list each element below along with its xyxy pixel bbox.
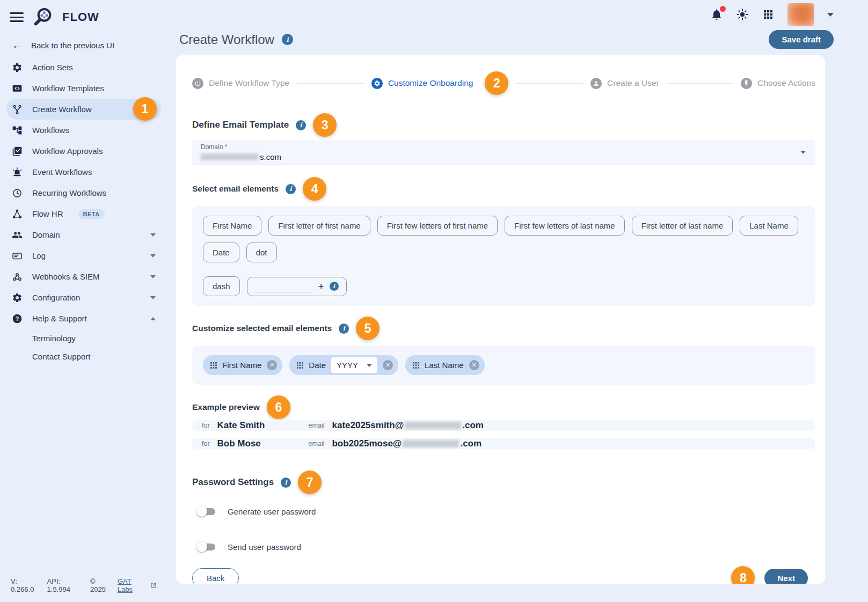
stepper-connector bbox=[516, 83, 583, 84]
sidebar-item-label: Terminology bbox=[32, 334, 76, 343]
date-format-select[interactable]: YYYY bbox=[331, 357, 377, 373]
step-choose-actions[interactable]: Choose Actions bbox=[741, 78, 815, 89]
domain-icon bbox=[12, 230, 23, 240]
chevron-down-icon bbox=[367, 364, 372, 367]
sidebar-item-recurring-workflows[interactable]: Recurring Workflows bbox=[6, 182, 161, 203]
step-customize-onboarding[interactable]: Customize Onboarding 2 bbox=[371, 71, 509, 95]
info-icon[interactable]: i bbox=[339, 324, 349, 334]
workflows-icon bbox=[12, 125, 23, 136]
annotation-badge-6: 6 bbox=[267, 395, 290, 419]
email-element-chip[interactable]: First few letters of last name bbox=[505, 216, 625, 236]
sidebar-item-log[interactable]: Log bbox=[6, 245, 161, 266]
theme-toggle-sun-button[interactable] bbox=[736, 8, 749, 21]
domain-select[interactable]: Domain * s.com bbox=[192, 140, 815, 165]
save-draft-button[interactable]: Save draft bbox=[769, 30, 834, 49]
preview-name: Kate Smith bbox=[217, 420, 286, 431]
annotation-badge-8: 8 bbox=[731, 566, 755, 584]
select-elements-heading-row: Select email elements i 4 bbox=[192, 177, 815, 201]
drag-handle-icon[interactable] bbox=[412, 362, 419, 369]
remove-chip-icon[interactable]: ✕ bbox=[469, 360, 479, 370]
email-template-heading: Define Email Template bbox=[192, 120, 289, 130]
email-element-chip[interactable]: First Name bbox=[203, 216, 261, 236]
email-element-chip[interactable]: dash bbox=[203, 276, 240, 296]
sidebar-item-label: Domain bbox=[32, 230, 60, 239]
sidebar-item-configuration[interactable]: Configuration bbox=[6, 287, 161, 308]
api-version: API: 1.5.994 bbox=[47, 577, 85, 593]
next-button[interactable]: Next bbox=[764, 569, 808, 584]
step-define-workflow-type[interactable]: Define Workflow Type bbox=[192, 78, 289, 89]
sidebar-item-action-sets[interactable]: Action Sets bbox=[6, 57, 161, 78]
sidebar-item-workflows[interactable]: Workflows bbox=[6, 120, 161, 141]
domain-field-label: Domain * bbox=[201, 143, 807, 151]
info-icon[interactable]: i bbox=[281, 478, 291, 488]
remove-chip-icon[interactable]: ✕ bbox=[267, 360, 277, 370]
chevron-down-icon bbox=[800, 151, 806, 154]
back-button[interactable]: Back bbox=[192, 568, 239, 584]
email-element-chip[interactable]: Last Name bbox=[740, 216, 798, 236]
customize-elements-heading-row: Customize selected email elements i 5 bbox=[192, 317, 815, 340]
gat-labs-link[interactable]: GAT Labs bbox=[118, 577, 157, 593]
custom-element-chip: + i bbox=[247, 277, 347, 296]
help-icon: ? bbox=[12, 313, 23, 324]
apps-grid-button[interactable] bbox=[762, 8, 775, 21]
sidebar-item-contact-support[interactable]: Contact Support bbox=[6, 347, 161, 365]
menu-hamburger-icon[interactable] bbox=[10, 10, 24, 25]
annotation-badge-4: 4 bbox=[303, 177, 326, 201]
info-icon[interactable]: i bbox=[286, 184, 296, 194]
account-chevron-down-icon[interactable] bbox=[827, 13, 834, 17]
sidebar-footer: V: 0.266.0 API: 1.5.994 © 2025 GAT Labs bbox=[0, 572, 165, 597]
preview-name: Bob Mose bbox=[217, 438, 286, 449]
workflow-approvals-icon bbox=[12, 146, 23, 157]
step-create-a-user[interactable]: Create a User bbox=[590, 78, 659, 89]
notifications-bell-button[interactable] bbox=[710, 8, 723, 21]
select-elements-heading: Select email elements bbox=[192, 184, 279, 194]
email-element-chip[interactable]: Date bbox=[203, 243, 239, 262]
email-element-chip[interactable]: First letter of last name bbox=[632, 216, 733, 236]
chevron-down-icon bbox=[150, 233, 156, 237]
back-arrow-icon: ← bbox=[12, 40, 23, 50]
email-element-chip[interactable]: First letter of first name bbox=[268, 216, 370, 236]
brand-name: FLOW bbox=[62, 10, 99, 24]
add-icon[interactable]: + bbox=[318, 281, 324, 291]
selected-chip-first-name: First Name ✕ bbox=[203, 355, 282, 375]
sidebar-item-workflow-templates[interactable]: Workflow Templates bbox=[6, 78, 161, 99]
info-icon[interactable]: i bbox=[330, 282, 339, 291]
sidebar-item-label: Action Sets bbox=[32, 63, 73, 72]
sidebar-item-flow-hr[interactable]: Flow HR BETA bbox=[6, 203, 161, 224]
sidebar-item-help-support[interactable]: ? Help & Support bbox=[6, 308, 161, 329]
email-template-heading-row: Define Email Template i 3 bbox=[192, 113, 815, 137]
toggle-generate-user-password[interactable] bbox=[196, 506, 216, 517]
configuration-gear-icon bbox=[12, 292, 23, 303]
drag-handle-icon[interactable] bbox=[210, 362, 217, 369]
chevron-down-icon bbox=[150, 296, 156, 299]
email-label: email bbox=[309, 440, 325, 447]
toggle-send-user-password[interactable] bbox=[196, 541, 216, 552]
svg-text:?: ? bbox=[16, 315, 19, 321]
copyright: © 2025 bbox=[90, 577, 113, 593]
email-element-chip[interactable]: dot bbox=[246, 243, 277, 262]
page-header: Create Workflow i Save draft bbox=[176, 26, 834, 55]
external-link-icon bbox=[150, 582, 157, 589]
user-avatar[interactable] bbox=[787, 3, 814, 26]
sidebar-item-create-workflow[interactable]: Create Workflow 1 bbox=[6, 99, 161, 120]
for-label: for bbox=[202, 422, 210, 429]
back-to-previous-ui[interactable]: ← Back to the previous UI bbox=[0, 33, 165, 57]
sidebar-item-terminology[interactable]: Terminology bbox=[6, 329, 161, 347]
sidebar-item-workflow-approvals[interactable]: Workflow Approvals bbox=[6, 141, 161, 161]
sidebar-nav: Action Sets Workflow Templates Create Wo… bbox=[0, 57, 165, 365]
page-info-icon[interactable]: i bbox=[282, 34, 293, 45]
sidebar-item-webhooks-siem[interactable]: Webhooks & SIEM bbox=[6, 266, 161, 287]
remove-chip-icon[interactable]: ✕ bbox=[383, 360, 393, 370]
info-icon[interactable]: i bbox=[296, 120, 306, 130]
email-element-chip[interactable]: First few letters of first name bbox=[377, 216, 498, 236]
sidebar-item-event-workflows[interactable]: Event Workflows bbox=[6, 161, 161, 182]
step-label: Create a User bbox=[607, 78, 659, 88]
step-label: Customize Onboarding bbox=[388, 78, 473, 88]
annotation-badge-2: 2 bbox=[485, 71, 508, 95]
redacted-domain-value bbox=[201, 153, 259, 160]
redacted-email-domain bbox=[403, 440, 459, 447]
sidebar-item-domain[interactable]: Domain bbox=[6, 224, 161, 245]
domain-value-suffix: s.com bbox=[260, 152, 281, 161]
custom-element-input[interactable] bbox=[255, 281, 313, 292]
drag-handle-icon[interactable] bbox=[296, 362, 303, 369]
